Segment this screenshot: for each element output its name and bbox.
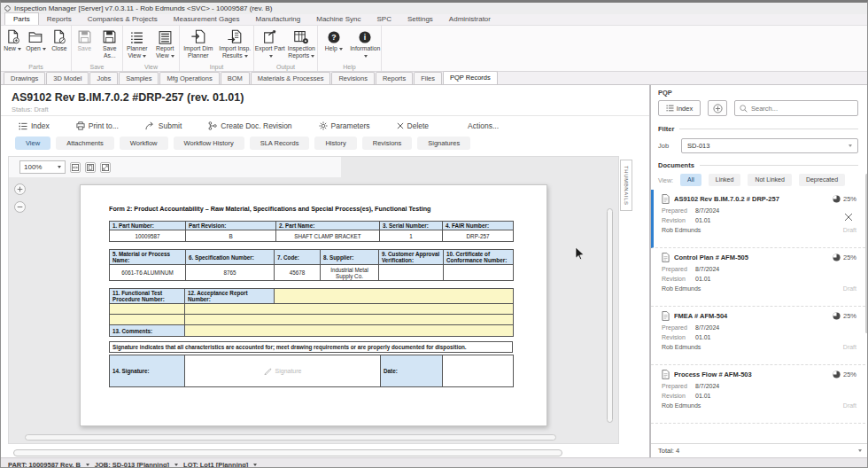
content-horizontal-scrollbar[interactable] [13, 449, 562, 456]
pqp-card-fmea[interactable]: FMEA # AFM-504 25% Prepared8/7/2024 Revi… [651, 307, 865, 365]
report-view-button[interactable]: Report View [151, 28, 180, 59]
subtab-signatures[interactable]: Signatures [417, 136, 470, 150]
inspection-reports-button[interactable]: Inspection Reports [286, 28, 318, 59]
unlink-x-button[interactable] [844, 213, 853, 222]
chip-deprecated[interactable]: Deprecated [799, 174, 845, 186]
card-percent: 25% [843, 312, 856, 320]
subtab-attachments[interactable]: Attachments [56, 136, 114, 150]
menu-tab-manufacturing[interactable]: Manufacturing [248, 13, 309, 25]
menu-tab-spc[interactable]: SPC [369, 13, 399, 25]
branch-icon [208, 121, 217, 130]
cell-func-row3a[interactable] [110, 315, 185, 325]
save-as-button[interactable]: Save As... [97, 28, 123, 59]
chevron-down-icon [339, 48, 343, 51]
zoom-out-button[interactable] [14, 201, 26, 213]
menu-tab-machine-sync[interactable]: Machine Sync [308, 13, 368, 25]
pqp-card-process-flow[interactable]: Process Flow # AFM-503 25% Prepared8/7/2… [651, 365, 865, 424]
pqp-total-row: Total: 4 [651, 443, 868, 457]
menu-tab-companies-projects[interactable]: Companies & Projects [80, 13, 166, 25]
pqp-card-as9102[interactable]: AS9102 Rev B.IM.7.0.2 # DRP-257 25% Prep… [651, 190, 865, 248]
cell-acceptance-value[interactable] [275, 289, 514, 304]
export-part-button[interactable]: Export Part [254, 28, 286, 59]
help-button[interactable]: ? Help [318, 28, 350, 52]
chip-not-linked[interactable]: Not Linked [748, 174, 791, 186]
chip-all[interactable]: All [680, 174, 701, 186]
signature-note: Signature indicates that all characteris… [110, 342, 513, 353]
fullscreen-button[interactable] [100, 162, 111, 173]
index-action[interactable]: Index [19, 121, 50, 130]
chip-linked[interactable]: Linked [709, 174, 741, 186]
chevron-down-icon[interactable] [858, 449, 862, 452]
open-button[interactable]: Open [24, 28, 47, 52]
tab-files[interactable]: Files [414, 72, 442, 84]
viewer-toolbar: 100% [19, 160, 111, 175]
tab-materials-processes[interactable]: Materials & Processes [251, 72, 331, 84]
save-button[interactable]: Save [72, 28, 97, 52]
search-input[interactable] [751, 105, 853, 113]
actions-menu[interactable]: Actions... [468, 121, 499, 130]
viewer-vertical-scrollbar[interactable] [607, 208, 613, 423]
menu-tab-settings[interactable]: Settings [399, 13, 441, 25]
new-button[interactable]: New [1, 28, 24, 52]
new-document-icon [5, 28, 20, 45]
tab-drawings[interactable]: Drawings [4, 72, 45, 84]
cell-func-row3b[interactable] [185, 315, 514, 325]
tab-reports[interactable]: Reports [376, 72, 413, 84]
cell-comments-value[interactable] [185, 325, 514, 337]
tab-revisions[interactable]: Revisions [331, 72, 375, 84]
tab-bom[interactable]: BOM [221, 72, 250, 84]
date-field[interactable] [443, 355, 514, 387]
pqp-search[interactable] [734, 100, 858, 116]
ribbon-group-label-output: Output [254, 64, 317, 70]
zoom-level-dropdown[interactable]: 100% [19, 160, 66, 174]
card-status-badge: Draft [843, 344, 856, 350]
viewer-horizontal-scrollbar[interactable] [25, 434, 556, 441]
menu-tab-reports[interactable]: Reports [39, 13, 80, 25]
pqp-index-button[interactable]: Index [658, 100, 701, 116]
subtab-workflow-history[interactable]: Workflow History [174, 136, 244, 150]
tab-mfg-operations[interactable]: Mfg Operations [159, 72, 219, 84]
delete-action[interactable]: Delete [397, 121, 430, 130]
print-action[interactable]: Print to... [76, 121, 119, 130]
pqp-panel: PQP Index Filter Job [650, 85, 868, 457]
fit-page-button[interactable] [85, 162, 96, 173]
cell-func-row2a[interactable] [110, 304, 185, 315]
status-job[interactable]: JOB: SD-013 [Planning] [95, 461, 178, 468]
status-lot[interactable]: LOT: Lot1 [Planning] [183, 461, 257, 468]
app-window: Inspection Manager [Server] v7.0.3.11 - … [0, 0, 868, 468]
import-insp-results-button[interactable]: Import Insp. Results [217, 28, 254, 59]
create-doc-revision-action[interactable]: Create Doc. Revision [208, 121, 291, 130]
menu-tab-parts[interactable]: Parts [4, 12, 39, 25]
subtab-workflow[interactable]: Workflow [120, 136, 168, 150]
subtab-revisions[interactable]: Revisions [362, 136, 413, 150]
cell-func-row2b[interactable] [185, 304, 514, 315]
status-part[interactable]: PART: 10009587 Rev. B [8, 461, 89, 468]
card-prepared-date: 8/7/2024 [695, 324, 719, 331]
menu-tab-administrator[interactable]: Administrator [441, 13, 499, 25]
search-icon [740, 105, 748, 113]
import-dim-planner-button[interactable]: Import Dim Planner [180, 28, 217, 59]
fit-width-button[interactable] [70, 162, 81, 173]
subtab-view[interactable]: View [15, 136, 50, 150]
signature-field[interactable]: Signature [185, 355, 381, 387]
tab-samples[interactable]: Samples [119, 72, 159, 84]
close-button[interactable]: Close [48, 28, 71, 52]
zoom-in-button[interactable] [14, 183, 26, 195]
job-select[interactable]: SD-013 [681, 138, 858, 153]
submit-action[interactable]: Submit [145, 121, 182, 130]
parameters-action[interactable]: Parameters [319, 121, 370, 130]
card-status-badge: Draft [843, 402, 856, 409]
information-button[interactable]: i Information [350, 28, 382, 59]
tab-jobs[interactable]: Jobs [89, 72, 118, 84]
pqp-card-control-plan[interactable]: Control Plan # AFM-505 25% Prepared8/7/2… [651, 248, 865, 307]
total-count: Total: 4 [658, 447, 679, 455]
tab-pqp-records[interactable]: PQP Records [443, 71, 498, 84]
thumbnails-tab[interactable]: THUMBNAILS [620, 160, 632, 211]
subtab-history[interactable]: History [314, 136, 356, 150]
subtab-sla-records[interactable]: SLA Records [250, 136, 310, 150]
menu-tab-measurement-gages[interactable]: Measurement Gages [166, 13, 248, 25]
card-status-badge: Draft [843, 285, 856, 292]
pqp-add-button[interactable] [708, 100, 727, 116]
planner-view-button[interactable]: Planner View [123, 28, 151, 59]
tab-3d-model[interactable]: 3D Model [46, 72, 89, 84]
